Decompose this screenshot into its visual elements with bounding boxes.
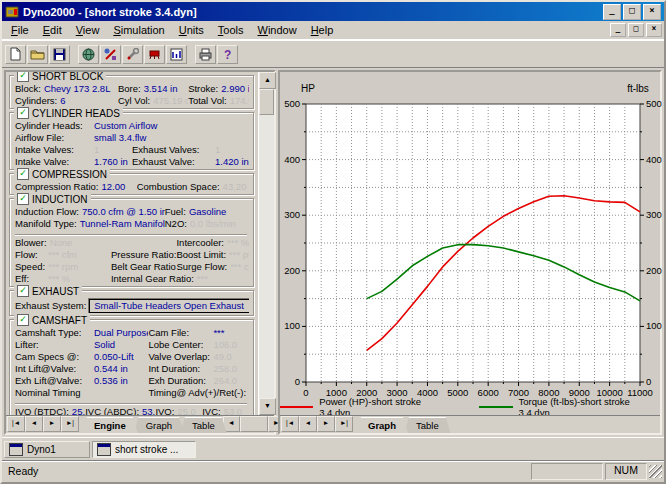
field-speed: Speed:*** rpm (15, 261, 111, 273)
field-cam-specs: Cam Specs @:0.050-Lift (15, 351, 148, 363)
engine-panel-tab-graph[interactable]: Graph (134, 417, 184, 433)
dyno-test-button[interactable] (144, 45, 165, 64)
field-cam-file-value[interactable]: *** (213, 327, 224, 338)
document-label: Dyno1 (27, 444, 56, 455)
field-eff-value: *** % (48, 273, 70, 284)
graph-panel-nav-prev-icon[interactable]: ◄ (299, 416, 317, 432)
document-button-short-stroke[interactable]: short stroke ... (92, 441, 196, 458)
field-label: Induction Flow: (15, 206, 79, 217)
field-label: Blower: (15, 237, 47, 248)
open-file-button[interactable] (27, 45, 48, 64)
field-row: Intake Valve:1.760 inExhaust Valve:1.420… (15, 156, 249, 168)
menu-view[interactable]: View (69, 23, 107, 37)
field-lifter: Lifter:Solid (15, 339, 148, 351)
graph-panel-tab-graph[interactable]: Graph (356, 417, 408, 433)
scrollbar-thumb[interactable] (259, 89, 274, 115)
section-exhaust: ✓EXHAUSTExhaust System:Small-Tube Header… (9, 290, 254, 316)
field-row: Nominal TimingTiming@ Adv(+)/Ret(-):0.0 (15, 387, 249, 399)
engine-panel-nav-first-icon[interactable]: |◄ (7, 416, 25, 432)
help-button[interactable]: ? (217, 45, 238, 64)
engine-vertical-scrollbar[interactable]: ▲ ▼ (258, 72, 274, 415)
scroll-down-icon[interactable]: ▼ (259, 398, 276, 415)
menu-units[interactable]: Units (172, 23, 211, 37)
svg-text:300: 300 (646, 209, 662, 220)
field-airflow-file-value[interactable]: small 3.4.flw (94, 132, 146, 143)
field-flow-value: *** cfm (48, 249, 77, 260)
field-label: Cylinder Heads: (15, 120, 91, 132)
field-stroke-value[interactable]: 2.990 in (221, 83, 249, 94)
engine-panel-tab-engine[interactable]: Engine (82, 417, 138, 433)
child-restore-icon[interactable]: □ (628, 23, 644, 37)
field-label: Pressure Ratio: (111, 249, 176, 260)
field-compression-ratio-value[interactable]: 12.00 (101, 181, 125, 192)
scrollbar-track[interactable] (259, 115, 274, 398)
section-header-exhaust: ✓EXHAUST (14, 285, 82, 297)
graph-panel-nav-last-icon[interactable]: ►| (335, 416, 353, 432)
scrollbar-thumb[interactable] (240, 416, 268, 432)
tools-button[interactable] (122, 45, 143, 64)
field-induction-flow: Induction Flow:750.0 cfm @ 1.50 inHg (15, 206, 165, 218)
checkbox-checked-icon[interactable]: ✓ (17, 193, 29, 205)
save-button[interactable] (49, 45, 70, 64)
field-cyl-vol-value: 475.19 cc (153, 95, 188, 106)
field-cylinder-heads-value[interactable]: Custom Airflow (94, 120, 157, 131)
field-ivo-btdc-value[interactable]: 25.0 (72, 406, 85, 415)
field-bore-value[interactable]: 3.514 in (144, 83, 178, 94)
checkbox-checked-icon[interactable]: ✓ (17, 314, 29, 326)
field-ivc-abdc-value[interactable]: 53.0 (142, 406, 155, 415)
graph-panel-tab-table[interactable]: Table (404, 417, 451, 433)
menu-file[interactable]: File (4, 23, 36, 37)
section-induction: ✓INDUCTIONInduction Flow:750.0 cfm @ 1.5… (9, 198, 254, 287)
new-file-button[interactable] (5, 45, 26, 64)
child-minimize-icon[interactable]: _ (610, 23, 626, 37)
field-ivo-btdc: IVO (BTDC):25.0 (15, 406, 85, 415)
field-fuel-value[interactable]: Gasoline (189, 206, 227, 217)
field-block-value[interactable]: Chevy 173 2.8L (44, 83, 111, 94)
field-intake-valve-value[interactable]: 1.760 in (94, 156, 128, 167)
checkbox-checked-icon[interactable]: ✓ (17, 107, 29, 119)
field-label: Valve Overlap: (148, 351, 210, 363)
child-close-icon[interactable]: × (646, 23, 662, 37)
engine-panel-horizontal-scrollbar[interactable]: ◄► (223, 416, 285, 432)
resize-grip-icon[interactable] (649, 465, 662, 478)
restore-icon[interactable]: □ (623, 4, 641, 20)
close-icon[interactable]: × (643, 4, 661, 20)
field-int-lift-valve-value[interactable]: 0.544 in (94, 363, 128, 374)
field-exh-lift-valve-value[interactable]: 0.536 in (94, 375, 128, 386)
document-button-dyno1[interactable]: Dyno1 (4, 441, 90, 458)
checkbox-checked-icon[interactable]: ✓ (17, 72, 29, 82)
checkbox-checked-icon[interactable]: ✓ (17, 168, 29, 180)
stock-parts-button[interactable] (78, 45, 99, 64)
field-label: Intake Valve: (15, 156, 91, 168)
print-button[interactable] (195, 45, 216, 64)
field-camshaft-type-value[interactable]: Dual Purpose Street (94, 327, 148, 338)
checkbox-checked-icon[interactable]: ✓ (17, 285, 29, 297)
scroll-up-icon[interactable]: ▲ (259, 72, 276, 89)
minimize-icon[interactable]: _ (603, 4, 621, 20)
globe-icon (82, 48, 95, 61)
field-lifter-value[interactable]: Solid (94, 339, 115, 350)
menu-simulation[interactable]: Simulation (106, 23, 171, 37)
menu-window[interactable]: Window (251, 23, 304, 37)
field-exhaust-valve-value[interactable]: 1.420 in (215, 156, 249, 167)
menu-tools[interactable]: Tools (211, 23, 251, 37)
field-manifold-type-value[interactable]: Tunnel-Ram Manifold (80, 218, 165, 229)
graph-panel-nav-next-icon[interactable]: ► (317, 416, 335, 432)
field-bore: Bore:3.514 in (118, 83, 188, 95)
engine-panel-tabs: EngineGraphTable (82, 417, 223, 433)
engine-panel-nav-last-icon[interactable]: ►| (61, 416, 79, 432)
engine-panel-tab-table[interactable]: Table (180, 417, 227, 433)
iterator-button[interactable] (166, 45, 187, 64)
engine-panel-nav-prev-icon[interactable]: ◄ (25, 416, 43, 432)
field-exhaust-system-value[interactable]: Small-Tube Headers Open Exhaust (89, 299, 249, 313)
field-cylinders-value[interactable]: 6 (60, 95, 65, 106)
menu-help[interactable]: Help (304, 23, 341, 37)
field-induction-flow-value[interactable]: 750.0 cfm @ 1.50 inHg (82, 206, 165, 217)
field-camshaft-type: Camshaft Type:Dual Purpose Street (15, 327, 148, 339)
field-total-vol: Total Vol:174.0 ci (188, 95, 249, 107)
graph-panel-nav-first-icon[interactable]: |◄ (281, 416, 299, 432)
menu-edit[interactable]: Edit (36, 23, 69, 37)
engine-wizard-button[interactable] (100, 45, 121, 64)
field-cam-specs-value[interactable]: 0.050-Lift (94, 351, 134, 362)
engine-panel-nav-next-icon[interactable]: ► (43, 416, 61, 432)
